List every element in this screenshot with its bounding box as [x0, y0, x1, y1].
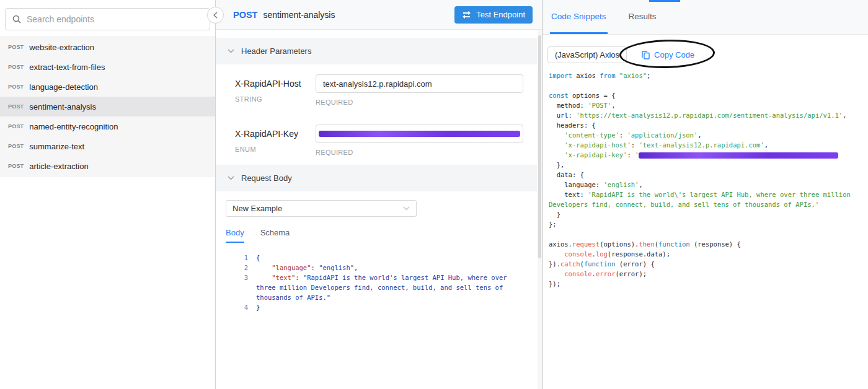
- param-field: REQUIRED: [316, 74, 523, 106]
- search-area: [0, 0, 215, 36]
- language-select-value: (JavaScript) Axios: [555, 50, 619, 59]
- search-icon: [12, 15, 21, 24]
- line-number: 1: [232, 253, 248, 263]
- swap-arrows-icon: [462, 11, 471, 19]
- line-number: 2: [232, 263, 248, 273]
- method-badge: POST: [8, 123, 24, 129]
- endpoint-name: language-detection: [29, 82, 98, 92]
- param-row-host: X-RapidAPI-Host STRING REQUIRED: [216, 64, 542, 115]
- example-select[interactable]: New Example: [226, 200, 417, 217]
- method-badge: POST: [8, 103, 24, 110]
- method-badge: POST: [8, 143, 24, 149]
- scrollbar-thumb[interactable]: [538, 35, 541, 258]
- line-number: 3: [232, 273, 248, 302]
- test-endpoint-button[interactable]: Test Endpoint: [454, 6, 533, 24]
- tab-code-snippets[interactable]: Code Snippets: [550, 0, 608, 34]
- endpoint-name: extract-text-from-files: [29, 63, 105, 72]
- top-accent-bar: [649, 0, 680, 2]
- chevron-down-icon: [228, 49, 234, 53]
- line-number: 4: [232, 302, 248, 312]
- endpoint-form: Header Parameters X-RapidAPI-Host STRING…: [216, 30, 542, 312]
- sidebar-item-summarize-text[interactable]: POST summarize-text: [0, 136, 215, 156]
- language-select[interactable]: (JavaScript) Axios: [547, 46, 627, 63]
- endpoint-sidebar: POST website-extraction POST extract-tex…: [0, 0, 216, 389]
- sidebar-item-website-extraction[interactable]: POST website-extraction: [0, 37, 215, 57]
- snippet-controls: (JavaScript) Axios Copy Code: [547, 46, 868, 63]
- redacted-api-key-bar: [319, 131, 520, 137]
- search-input[interactable]: [27, 14, 203, 24]
- endpoint-detail-panel: POST sentiment-analysis Test Endpoint He…: [216, 0, 542, 389]
- copy-code-label: Copy Code: [654, 50, 694, 59]
- code-snippets-panel: Code Snippets Results (JavaScript) Axios…: [542, 0, 868, 389]
- endpoint-name: article-extraction: [29, 162, 88, 171]
- x-rapidapi-host-input[interactable]: [316, 74, 523, 93]
- section-title: Request Body: [241, 173, 292, 183]
- endpoint-title: sentiment-analysis: [263, 10, 335, 20]
- param-label: X-RapidAPI-Host: [235, 79, 301, 89]
- param-field: REQUIRED: [316, 125, 523, 156]
- required-label: REQUIRED: [316, 149, 523, 156]
- param-row-key: X-RapidAPI-Key ENUM REQUIRED: [216, 115, 542, 165]
- tab-body[interactable]: Body: [226, 228, 244, 243]
- sidebar-item-extract-text-from-files[interactable]: POST extract-text-from-files: [0, 57, 215, 77]
- back-button[interactable]: [207, 7, 224, 24]
- example-select-value: New Example: [232, 204, 282, 213]
- app-window: POST website-extraction POST extract-tex…: [0, 0, 868, 389]
- param-meta: X-RapidAPI-Key ENUM: [235, 125, 298, 153]
- scrollbar-track: [538, 30, 542, 389]
- endpoint-name: website-extraction: [29, 43, 94, 52]
- endpoint-list: POST website-extraction POST extract-tex…: [0, 36, 215, 177]
- method-badge: POST: [8, 44, 24, 50]
- endpoint-method-label: POST: [233, 10, 257, 20]
- request-body-section[interactable]: Request Body: [216, 165, 537, 191]
- method-badge: POST: [8, 163, 24, 169]
- param-type: ENUM: [235, 146, 298, 153]
- endpoint-name: sentiment-analysis: [29, 102, 96, 111]
- test-endpoint-label: Test Endpoint: [476, 10, 525, 19]
- endpoint-search[interactable]: [5, 8, 210, 30]
- copy-code-button[interactable]: Copy Code: [642, 50, 694, 59]
- sidebar-item-article-extraction[interactable]: POST article-extraction: [0, 156, 215, 176]
- method-badge: POST: [8, 84, 24, 90]
- tab-schema[interactable]: Schema: [260, 228, 290, 243]
- endpoint-name: named-entity-recognition: [29, 122, 118, 131]
- body-schema-tabs: Body Schema: [226, 228, 542, 243]
- sidebar-item-language-detection[interactable]: POST language-detection: [0, 77, 215, 97]
- method-badge: POST: [8, 64, 24, 70]
- section-title: Header Parameters: [241, 46, 311, 56]
- chevron-left-icon: [213, 12, 218, 19]
- chevron-down-icon: [228, 176, 234, 180]
- tab-results[interactable]: Results: [627, 0, 658, 34]
- redacted-api-key-bar: [639, 152, 838, 159]
- sidebar-item-sentiment-analysis[interactable]: POST sentiment-analysis: [0, 97, 215, 116]
- copy-icon: [642, 51, 650, 59]
- endpoint-header: POST sentiment-analysis Test Endpoint: [216, 0, 542, 30]
- param-label: X-RapidAPI-Key: [235, 129, 298, 139]
- x-rapidapi-key-input[interactable]: [316, 125, 523, 143]
- request-body-editor[interactable]: 1{2 "language": "english",3 "text": "Rap…: [232, 253, 542, 312]
- endpoint-name: summarize-text: [29, 142, 84, 151]
- param-meta: X-RapidAPI-Host STRING: [235, 74, 301, 103]
- sidebar-item-named-entity-recognition[interactable]: POST named-entity-recognition: [0, 116, 215, 136]
- code-snippet: import axios from "axios"; const options…: [549, 71, 864, 289]
- chevron-down-icon: [403, 206, 410, 211]
- header-parameters-section[interactable]: Header Parameters: [216, 38, 537, 64]
- snippets-results-tabs: Code Snippets Results: [542, 0, 868, 35]
- required-label: REQUIRED: [316, 98, 523, 106]
- param-type: STRING: [235, 95, 301, 103]
